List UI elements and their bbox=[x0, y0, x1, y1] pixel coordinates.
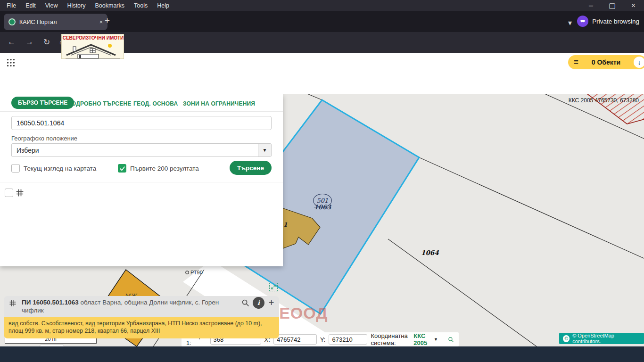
result-hash-icon bbox=[8, 299, 17, 307]
check-icon bbox=[119, 165, 125, 172]
tab-geodetic-basis[interactable]: ГЕОД. ОСНОВА bbox=[133, 100, 178, 107]
result-zoom-icon[interactable] bbox=[239, 297, 251, 309]
result-details: вид собств. Съсобственост, вид територия… bbox=[4, 317, 279, 338]
first200-label: Първите 200 резултата bbox=[130, 165, 199, 172]
objects-count-label: 0 Обекти bbox=[582, 58, 630, 66]
objects-basket-button[interactable]: ≡ 0 Обекти ↓ bbox=[568, 55, 644, 69]
windows-taskbar bbox=[0, 346, 644, 362]
browser-tabbar: КАИС Портал × + ▾ Private browsing bbox=[0, 11, 644, 32]
private-mask-icon bbox=[577, 16, 588, 27]
zoom-to-results-icon[interactable] bbox=[269, 283, 278, 291]
menu-edit[interactable]: Edit bbox=[25, 2, 36, 9]
search-panel: БЪРЗО ТЪРСЕНЕ ПОДРОБНО ТЪРСЕНЕ ГЕОД. ОСН… bbox=[0, 94, 283, 266]
coordinate-search-icon[interactable] bbox=[448, 335, 454, 345]
private-browsing-label: Private browsing bbox=[592, 18, 639, 25]
crs-dropdown-icon[interactable]: ▼ bbox=[434, 337, 438, 342]
attribution-icon[interactable]: © bbox=[563, 335, 570, 342]
menu-help[interactable]: Help bbox=[157, 2, 169, 9]
grid-hash-icon bbox=[15, 188, 25, 197]
geo-position-value: Избери bbox=[17, 147, 39, 154]
menu-file[interactable]: File bbox=[7, 2, 16, 9]
browser-menubar: File Edit View History Bookmarks Tools H… bbox=[0, 0, 644, 11]
geodetic-point-label: РТ90 bbox=[190, 270, 203, 275]
private-browsing-badge: Private browsing bbox=[577, 16, 639, 27]
attribution-text: © OpenStreetMap contributors. bbox=[572, 333, 640, 344]
new-tab-button[interactable]: + bbox=[105, 16, 110, 26]
search-button[interactable]: Търсене bbox=[230, 161, 272, 175]
tab-title: КАИС Портал bbox=[19, 19, 96, 25]
screen: ККС 2005 4765730, 673280 501 1063 1064 1… bbox=[0, 0, 644, 362]
y-coordinate-input[interactable] bbox=[329, 334, 367, 345]
tab-close-icon[interactable]: × bbox=[99, 19, 103, 25]
company-logo-overlay: СЕВЕРОИЗТОЧНИ ИМОТИ bbox=[61, 34, 124, 59]
geo-select-arrow-icon[interactable]: ▼ bbox=[258, 144, 271, 156]
tab-favicon bbox=[8, 18, 16, 25]
geo-position-select[interactable]: Избери ▼ bbox=[11, 143, 272, 157]
company-logo-house-icon bbox=[62, 41, 124, 59]
tab-restriction-zones[interactable]: ЗОНИ НА ОГРАНИЧЕНИЯ bbox=[183, 100, 255, 107]
parcel-old-number: 1063 bbox=[313, 204, 332, 211]
back-icon[interactable]: ← bbox=[8, 37, 16, 47]
expand-arrows-icon bbox=[271, 284, 276, 290]
first200-checkbox[interactable] bbox=[118, 164, 126, 173]
company-logo-text: СЕВЕРОИЗТОЧНИ ИМОТИ bbox=[62, 35, 124, 41]
osm-attribution[interactable]: © © OpenStreetMap contributors. bbox=[559, 333, 644, 344]
tab-detailed-search[interactable]: ПОДРОБНО ТЪРСЕНЕ bbox=[67, 100, 132, 107]
search-input[interactable] bbox=[11, 116, 272, 130]
parcel-1064-label: 1064 bbox=[421, 249, 439, 256]
x-coordinate-input[interactable] bbox=[273, 334, 317, 345]
y-label: Y: bbox=[320, 336, 326, 343]
minimize-icon[interactable]: – bbox=[580, 0, 602, 11]
result-row-header[interactable]: ПИ 16050.501.1063 област Варна, община Д… bbox=[4, 296, 279, 317]
result-info-icon[interactable]: i bbox=[253, 297, 264, 309]
menu-view[interactable]: View bbox=[45, 2, 58, 9]
crs-label: Координатна система: bbox=[371, 332, 410, 346]
map-toolbar bbox=[0, 72, 644, 94]
menu-bookmarks[interactable]: Bookmarks bbox=[95, 2, 124, 9]
forward-icon[interactable]: → bbox=[25, 37, 33, 47]
browser-tab[interactable]: КАИС Портал × bbox=[4, 14, 107, 30]
objects-download-icon[interactable]: ↓ bbox=[634, 57, 644, 68]
result-add-icon[interactable]: + bbox=[265, 297, 277, 309]
crs-select[interactable]: ККС 2005 bbox=[413, 332, 430, 346]
result-id: ПИ 16050.501.1063 bbox=[22, 299, 79, 306]
window-controls: – ▢ × bbox=[580, 0, 644, 11]
geo-position-label: Географско положение bbox=[11, 135, 77, 142]
tab-quick-search[interactable]: БЪРЗО ТЪРСЕНЕ bbox=[11, 97, 74, 109]
close-icon[interactable]: × bbox=[623, 0, 644, 11]
building-number: 1 bbox=[283, 221, 288, 228]
maximize-icon[interactable]: ▢ bbox=[602, 0, 623, 11]
menu-tools[interactable]: Tools bbox=[134, 2, 148, 9]
reload-icon[interactable]: ↻ bbox=[43, 37, 50, 47]
objects-menu-icon: ≡ bbox=[574, 58, 578, 67]
menu-history[interactable]: History bbox=[67, 2, 86, 9]
map-corner-coordinates: ККС 2005 4765730, 673280 bbox=[568, 97, 639, 104]
current-view-label: Текущ изглед на картата bbox=[24, 165, 96, 172]
current-view-checkbox[interactable] bbox=[11, 164, 20, 173]
tab-list-chevron-icon[interactable]: ▾ bbox=[568, 18, 572, 27]
select-all-checkbox[interactable] bbox=[5, 189, 13, 197]
app-grid-icon[interactable] bbox=[6, 58, 16, 68]
